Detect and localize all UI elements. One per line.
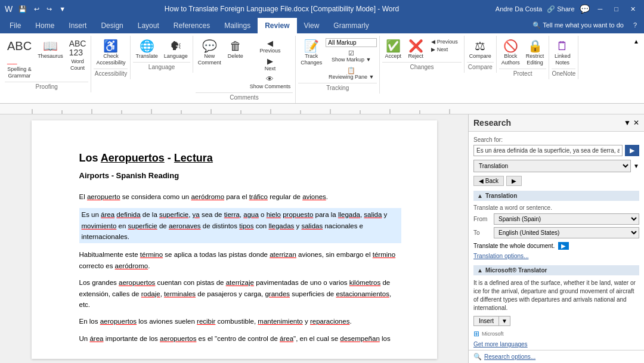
research-search-input[interactable] xyxy=(473,145,623,156)
tab-design[interactable]: Design xyxy=(94,18,130,33)
get-more-languages-link[interactable]: Get more languages xyxy=(473,340,639,348)
spelling-grammar-btn[interactable]: ABC___ Spelling &Grammar xyxy=(5,38,34,80)
comments-buttons: 💬 NewComment 🗑 Delete ◀ Previous ▶ Next … xyxy=(196,37,293,91)
word-aeronaves: aeronaves xyxy=(169,222,201,229)
word-reparaciones: reparaciones xyxy=(310,318,349,325)
spelling-icon: ABC___ xyxy=(7,39,32,66)
onenote-buttons: 🗒 LinkedNotes xyxy=(552,37,575,67)
translate-doc-btn[interactable]: ▶ xyxy=(558,242,569,250)
accessibility-buttons: ♿ CheckAccessibility xyxy=(94,37,128,67)
from-language-select[interactable]: Spanish (Spain) Spanish (Mexico) Spanish… xyxy=(494,213,639,225)
ms-translator-section: ▲ Microsoft® Translator It is a defined … xyxy=(473,265,639,350)
thesaurus-btn[interactable]: 📖 Thesaurus xyxy=(35,38,66,61)
block-authors-btn[interactable]: 🚫 BlockAuthors xyxy=(499,38,522,67)
new-comment-btn[interactable]: 💬 NewComment xyxy=(196,38,224,67)
research-search-btn[interactable]: ▶ xyxy=(625,145,639,156)
word-rodaje: rodaje xyxy=(141,290,160,297)
all-markup-row: All Markup Simple Markup No Markup Origi… xyxy=(326,38,377,47)
word-tierra1: tierra xyxy=(224,211,240,218)
from-to-section: From Spanish (Spain) Spanish (Mexico) Sp… xyxy=(473,213,639,238)
customize-qa-btn[interactable]: ▼ xyxy=(57,4,68,14)
svg-rect-0 xyxy=(2,104,642,114)
insert-main-btn[interactable]: Insert xyxy=(473,316,499,326)
translate-btn[interactable]: 🌐 Translate xyxy=(133,38,160,61)
word-ya: ya xyxy=(193,211,200,218)
language-btn[interactable]: 🗣 Language xyxy=(162,38,190,61)
previous-comment-btn[interactable]: ◀ Previous xyxy=(247,38,293,55)
translation-options-link[interactable]: Translation options... xyxy=(473,252,639,259)
tab-home[interactable]: Home xyxy=(28,18,61,33)
research-options-link[interactable]: Research options... xyxy=(484,353,535,360)
next-comment-btn[interactable]: ▶ Next xyxy=(247,56,293,73)
research-close-btn[interactable]: ✕ xyxy=(633,119,639,127)
undo-qa-btn[interactable]: ↩ xyxy=(32,4,42,14)
word-termino2: término xyxy=(373,251,395,258)
delete-comment-btn[interactable]: 🗑 Delete xyxy=(225,38,246,61)
tab-grammarly[interactable]: Grammarly xyxy=(326,18,376,33)
reviewing-pane-btn[interactable]: 📋 Reviewing Pane ▼ xyxy=(326,66,377,82)
restrict-editing-btn[interactable]: 🔒 RestrictEditing xyxy=(524,38,547,67)
show-markup-btn[interactable]: ☑ Show Markup ▼ xyxy=(326,48,377,64)
show-comments-btn[interactable]: 👁 Show Comments xyxy=(247,74,293,91)
paragraph-5: En los aeropuertos los aviones suelen re… xyxy=(79,316,401,327)
research-options-row: 🔍 Research options... xyxy=(469,350,644,363)
tab-references[interactable]: References xyxy=(166,18,217,33)
previous-change-btn[interactable]: ◀ Previous xyxy=(428,38,462,45)
service-dropdown-icon[interactable]: ▼ xyxy=(633,163,639,169)
tab-insert[interactable]: Insert xyxy=(61,18,94,33)
paragraph-1: El aeropuerto se considera como un aeród… xyxy=(79,191,401,202)
collapse-icon[interactable]: ▲ xyxy=(633,38,639,45)
to-language-select[interactable]: English (United States) English (United … xyxy=(494,227,639,238)
track-changes-btn[interactable]: 📝 TrackChanges xyxy=(298,38,324,67)
forward-btn[interactable]: ▶ xyxy=(506,176,522,186)
service-select[interactable]: Translation Bing Thesaurus (English) xyxy=(473,160,631,172)
search-label: Search for: xyxy=(473,136,639,143)
ribbon-collapse-btn[interactable]: ▲ xyxy=(631,36,642,47)
show-comments-icon: 👁 xyxy=(266,75,274,83)
tab-mailings[interactable]: Mailings xyxy=(217,18,258,33)
check-accessibility-btn[interactable]: ♿ CheckAccessibility xyxy=(94,38,128,67)
word-llegada: llegada xyxy=(338,211,360,218)
tab-file[interactable]: File xyxy=(2,18,28,33)
paragraph-4: Los grandes aeropuertos cuentan con pist… xyxy=(79,277,401,310)
main-area: Los Aeropuertos - Lectura Airports - Spa… xyxy=(0,114,644,363)
linked-notes-icon: 🗒 xyxy=(556,39,568,52)
markup-dropdown[interactable]: All Markup Simple Markup No Markup Origi… xyxy=(326,38,377,47)
previous-icon: ◀ xyxy=(267,39,273,48)
word-aeropuertos4: aeropuertos xyxy=(160,335,196,342)
tab-layout[interactable]: Layout xyxy=(131,18,166,33)
word-area2: área xyxy=(89,335,103,342)
protect-label: Protect xyxy=(499,69,547,78)
back-btn[interactable]: ◀ Back xyxy=(473,176,504,186)
compare-btn[interactable]: ⚖ Compare xyxy=(467,38,494,61)
translate-icon: 🌐 xyxy=(140,39,154,52)
insert-dropdown-btn[interactable]: ▼ xyxy=(499,316,510,326)
research-controls: ▼ ✕ xyxy=(624,119,639,127)
next-change-btn[interactable]: ▶ Next xyxy=(428,46,462,53)
tab-view[interactable]: View xyxy=(297,18,327,33)
save-qa-btn[interactable]: 💾 xyxy=(16,4,29,14)
word-aerodromo2: aeródromo xyxy=(115,262,148,269)
reviewing-pane-icon: 📋 xyxy=(347,67,355,74)
word-salidas: salidas xyxy=(301,222,323,229)
research-panel: Research ▼ ✕ Search for: ▶ Translation B… xyxy=(468,114,644,363)
compare-buttons: ⚖ Compare xyxy=(467,37,494,61)
linked-notes-btn[interactable]: 🗒 LinkedNotes xyxy=(552,38,573,67)
close-btn[interactable]: ✕ xyxy=(627,4,639,14)
tab-review[interactable]: Review xyxy=(258,18,296,33)
word-termino1: término xyxy=(140,251,163,258)
tell-me-bar[interactable]: 🔍 Tell me what you want to do xyxy=(528,18,628,33)
tracking-dropdowns: All Markup Simple Markup No Markup Origi… xyxy=(326,38,377,82)
comments-label: Comments xyxy=(196,92,293,102)
comment-icon[interactable]: 💬 xyxy=(580,4,590,14)
share-btn[interactable]: 🔗 Share xyxy=(547,5,574,13)
research-dropdown-btn[interactable]: ▼ xyxy=(624,119,631,127)
research-body: Search for: ▶ Translation Bing Thesaurus… xyxy=(469,132,644,350)
redo-qa-btn[interactable]: ↪ xyxy=(44,4,54,14)
maximize-btn[interactable]: □ xyxy=(611,4,622,14)
reject-btn[interactable]: ❌ Reject xyxy=(405,38,426,61)
accept-btn[interactable]: ✅ Accept xyxy=(382,38,404,61)
minimize-btn[interactable]: ─ xyxy=(595,4,606,14)
word-count-btn[interactable]: ABC123 WordCount xyxy=(67,38,89,72)
help-btn[interactable]: ? xyxy=(628,18,642,33)
